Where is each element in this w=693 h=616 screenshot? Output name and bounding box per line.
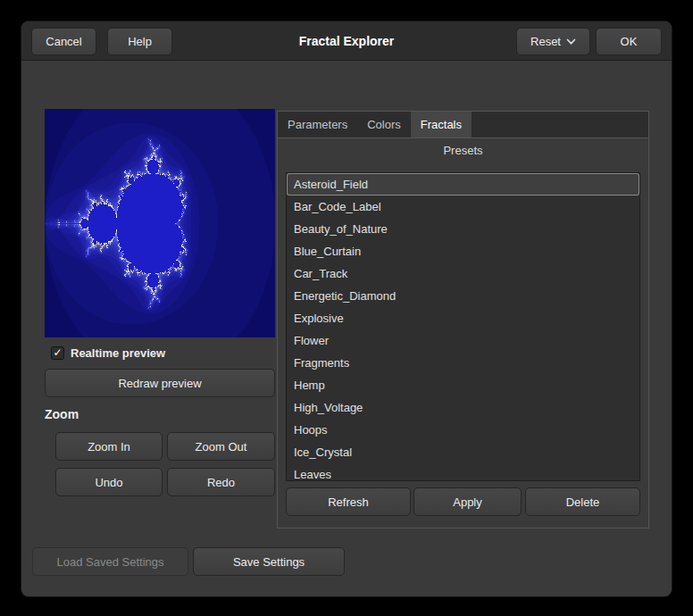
- fractal-preview[interactable]: [45, 109, 275, 337]
- preset-item[interactable]: Hemp: [287, 374, 639, 396]
- redraw-preview-button[interactable]: Redraw preview: [45, 369, 275, 397]
- check-icon: ✓: [53, 347, 62, 358]
- titlebar: Cancel Help Fractal Explorer Reset OK: [21, 21, 672, 61]
- preset-item[interactable]: Hoops: [287, 419, 639, 441]
- refresh-button[interactable]: Refresh: [286, 487, 411, 516]
- notebook: ParametersColorsFractals Presets Asteroi…: [277, 111, 649, 529]
- zoom-in-button[interactable]: Zoom In: [55, 432, 163, 461]
- load-saved-settings-button[interactable]: Load Saved Settings: [32, 547, 188, 576]
- zoom-out-button[interactable]: Zoom Out: [167, 432, 275, 461]
- presets-label: Presets: [278, 144, 648, 157]
- delete-button[interactable]: Delete: [525, 487, 640, 516]
- fractal-explorer-dialog: Cancel Help Fractal Explorer Reset OK ✓ …: [21, 21, 672, 596]
- preset-item[interactable]: Car_Track: [287, 262, 639, 285]
- realtime-preview-label: Realtime preview: [71, 346, 165, 360]
- preset-item[interactable]: Fragments: [287, 352, 639, 374]
- preset-item[interactable]: Ice_Crystal: [287, 441, 639, 463]
- preset-item[interactable]: Asteroid_Field: [287, 173, 639, 196]
- tab-bar: ParametersColorsFractals: [278, 112, 648, 138]
- ok-button[interactable]: OK: [596, 28, 662, 55]
- preset-item[interactable]: Leaves: [287, 463, 639, 481]
- reset-label: Reset: [530, 35, 561, 48]
- preset-item[interactable]: Blue_Curtain: [287, 240, 639, 262]
- preset-item[interactable]: Energetic_Diamond: [287, 285, 639, 307]
- realtime-preview-checkbox[interactable]: ✓: [51, 346, 64, 360]
- apply-button[interactable]: Apply: [413, 487, 522, 516]
- preset-item[interactable]: Beauty_of_Nature: [287, 218, 639, 240]
- preset-item[interactable]: Flower: [287, 329, 639, 352]
- tab-parameters[interactable]: Parameters: [278, 112, 357, 137]
- preset-item[interactable]: Bar_Code_Label: [287, 196, 639, 218]
- save-settings-button[interactable]: Save Settings: [193, 547, 345, 576]
- realtime-preview-row: ✓ Realtime preview: [51, 345, 165, 361]
- preset-item[interactable]: Explosive: [287, 307, 639, 329]
- preset-item[interactable]: High_Voltage: [287, 396, 639, 419]
- tab-fractals[interactable]: Fractals: [411, 112, 472, 137]
- undo-button[interactable]: Undo: [55, 468, 163, 496]
- presets-list[interactable]: Asteroid_FieldBar_Code_LabelBeauty_of_Na…: [286, 172, 640, 481]
- zoom-section-label: Zoom: [45, 407, 79, 421]
- tab-colors[interactable]: Colors: [357, 112, 411, 137]
- redo-button[interactable]: Redo: [167, 468, 275, 496]
- chevron-down-icon: [566, 38, 576, 46]
- reset-dropdown-button[interactable]: Reset: [516, 28, 590, 55]
